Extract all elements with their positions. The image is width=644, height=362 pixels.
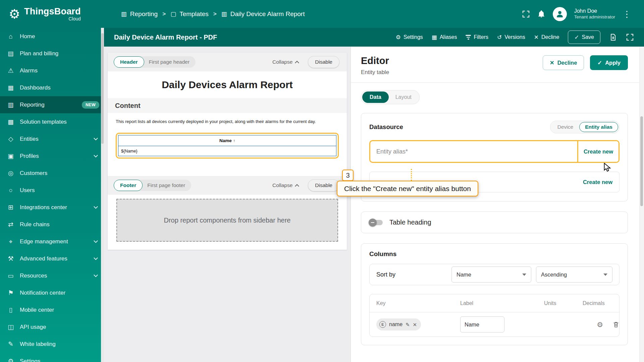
filters-button[interactable]: Filters — [466, 34, 488, 40]
datasource-type-entity-alias[interactable]: Entity alias — [579, 122, 618, 132]
first-page-footer-tab[interactable]: First page footer — [138, 180, 191, 191]
tab-data[interactable]: Data — [362, 92, 389, 103]
editor-decline-button[interactable]: ✕ Decline — [543, 55, 584, 70]
user-role: Tenant administrator — [574, 14, 615, 20]
sort-by-row: Sort by Name Ascending — [369, 264, 620, 285]
sidebar-item-plan-and-billing[interactable]: ▤Plan and billing — [0, 45, 104, 62]
create-new-alias-button[interactable]: Create new — [577, 141, 619, 162]
annotation-step-number: 3 — [342, 170, 354, 181]
sidebar-item-white-labeling[interactable]: ✎White labeling — [0, 336, 104, 353]
content-section-label: Content — [115, 102, 141, 110]
edge-icon: ⌖ — [7, 238, 15, 245]
column-settings-icon[interactable]: ⚙ — [597, 321, 603, 328]
sidebar-item-home[interactable]: ⌂Home — [0, 28, 104, 45]
columns-table: Key Label Units Decimals E name ✎ ✕ ⚙ — [369, 294, 620, 337]
sort-direction-select[interactable]: Ascending — [536, 266, 612, 283]
datasource-type-device[interactable]: Device — [551, 122, 579, 132]
notifications-button[interactable] — [537, 10, 545, 18]
collapse-footer-button[interactable]: Collapse — [272, 182, 299, 188]
col-header-key: Key — [376, 300, 460, 306]
export-pdf-button[interactable] — [609, 33, 617, 41]
edit-key-icon[interactable]: ✎ — [406, 322, 410, 327]
datasource-heading: Datasource — [369, 123, 403, 131]
document-title: Daily Devices Alarm Report — [162, 79, 293, 90]
create-new-filter-button[interactable]: Create new — [583, 179, 612, 185]
sidebar-item-api-usage[interactable]: ◫API usage — [0, 318, 104, 336]
customers-icon: ◎ — [7, 170, 15, 176]
delete-column-icon[interactable] — [612, 321, 620, 328]
close-icon: ✕ — [534, 35, 539, 40]
header-chip[interactable]: Header — [114, 56, 144, 68]
settings-button[interactable]: ⚙ Settings — [396, 34, 423, 40]
sort-field-select[interactable]: Name — [451, 266, 531, 283]
gear-icon: ⚙ — [396, 35, 401, 40]
annotation-connector-line — [411, 169, 412, 181]
chevron-up-icon — [295, 61, 299, 65]
resources-icon: ▭ — [7, 273, 15, 279]
scrollbar-thumb[interactable] — [640, 116, 643, 206]
decline-button[interactable]: ✕ Decline — [534, 34, 559, 40]
footer-drop-block: Drop report components from sidebar here — [108, 195, 347, 250]
api-usage-icon: ◫ — [7, 324, 15, 330]
aliases-button[interactable]: ▦ Aliases — [432, 34, 457, 40]
aliases-icon: ▦ — [432, 35, 437, 40]
user-name: John Doe — [574, 8, 615, 14]
sidebar-item-edge-management[interactable]: ⌖Edge management — [0, 233, 104, 250]
fullscreen-button[interactable] — [522, 10, 530, 18]
collapse-header-button[interactable]: Collapse — [272, 59, 299, 65]
first-page-header-tab[interactable]: First page header — [140, 56, 196, 68]
sidebar-item-settings[interactable]: ⚙Settings — [0, 353, 104, 362]
download-icon — [609, 33, 617, 41]
sidebar-item-alarms[interactable]: ⚠Alarms — [0, 62, 104, 79]
sidebar-item-dashboards[interactable]: ▦Dashboards — [0, 79, 104, 96]
sidebar-item-advanced-features[interactable]: ⚒Advanced features — [0, 250, 104, 267]
tab-layout[interactable]: Layout — [389, 92, 418, 103]
disable-header-button[interactable]: Disable — [308, 56, 339, 68]
avatar[interactable] — [553, 7, 567, 21]
scrollbar-thumb[interactable] — [101, 33, 104, 144]
more-menu-icon[interactable]: ⋮ — [623, 10, 631, 18]
sidebar-item-solution-templates[interactable]: ▩Solution templates — [0, 113, 104, 130]
chevron-up-icon — [295, 184, 299, 188]
sidebar-item-resources[interactable]: ▭Resources — [0, 267, 104, 284]
footer-chip[interactable]: Footer — [114, 180, 143, 191]
selected-table-component[interactable]: Name↑ ${Name} — [116, 133, 339, 159]
column-label-input[interactable] — [460, 316, 504, 333]
sidebar-scrollbar[interactable] — [101, 28, 104, 362]
report-preview-panel: Header First page header Collapse Disabl… — [104, 47, 351, 362]
editor-apply-button[interactable]: ✓ Apply — [590, 55, 628, 70]
breadcrumb-report[interactable]: ▥ Daily Device Alarm Report — [221, 10, 305, 18]
sidebar-item-rule-chains[interactable]: ⇄Rule chains — [0, 216, 104, 233]
sidebar-item-entities[interactable]: ◇Entities — [0, 130, 104, 147]
sidebar-item-reporting[interactable]: ▥ReportingNEW — [0, 96, 104, 113]
sidebar-item-integrations-center[interactable]: ⊞Integrations center — [0, 199, 104, 216]
sidebar-item-mobile-center[interactable]: ▯Mobile center — [0, 301, 104, 318]
footer-section-bar: Footer First page footer Collapse Disabl… — [108, 176, 347, 195]
expand-editor-button[interactable] — [626, 33, 634, 41]
entity-alias-input[interactable] — [370, 141, 577, 162]
breadcrumb-reporting[interactable]: ▥ Reporting — [121, 10, 158, 18]
column-row: E name ✎ ✕ ⚙ — [370, 312, 619, 337]
chevron-down-icon — [603, 274, 607, 276]
save-button[interactable]: ✓ Save — [568, 31, 600, 44]
report-icon: ▥ — [221, 10, 227, 18]
mouse-cursor — [604, 163, 612, 173]
sidebar-item-users[interactable]: ○Users — [0, 182, 104, 199]
chevron-down-icon — [94, 204, 98, 209]
sidebar-item-notification-center[interactable]: ⚑Notification center — [0, 284, 104, 301]
templates-icon: ▢ — [170, 10, 176, 18]
editor-scrollbar[interactable] — [639, 47, 644, 362]
remove-key-icon[interactable]: ✕ — [413, 322, 417, 327]
top-navbar: ⚙ ThingsBoard Cloud ▥ Reporting > ▢ Temp… — [0, 0, 644, 28]
sidebar-item-profiles[interactable]: ▣Profiles — [0, 147, 104, 165]
advanced-features-icon: ⚒ — [7, 255, 15, 262]
disable-footer-button[interactable]: Disable — [308, 179, 339, 191]
chevron-down-icon — [94, 273, 98, 277]
component-dropzone[interactable]: Drop report components from sidebar here — [116, 199, 338, 242]
sidebar-item-customers[interactable]: ◎Customers — [0, 165, 104, 182]
table-heading-toggle[interactable] — [369, 220, 383, 225]
key-chip[interactable]: E name ✎ ✕ — [376, 318, 421, 330]
versions-button[interactable]: ↺ Versions — [497, 34, 525, 40]
brand-name: ThingsBoard — [24, 6, 81, 17]
breadcrumb-templates[interactable]: ▢ Templates — [170, 10, 209, 18]
